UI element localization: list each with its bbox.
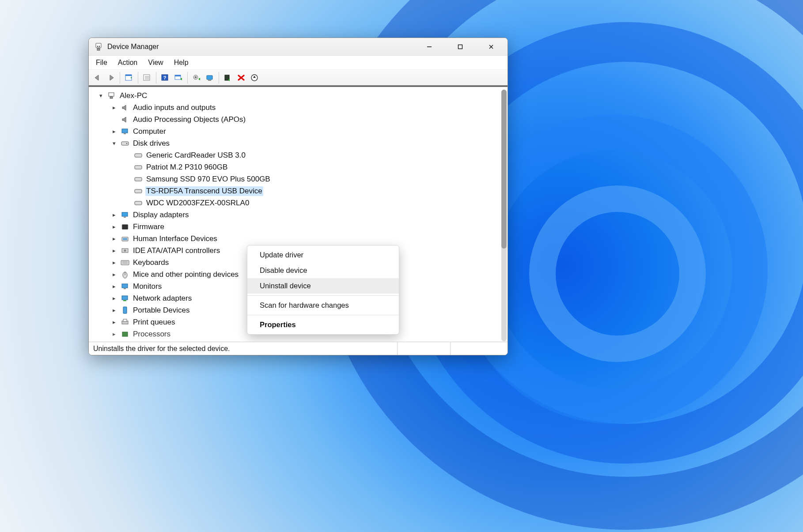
tree-label: Print queues — [132, 317, 176, 327]
svg-rect-31 — [135, 166, 142, 169]
help-button[interactable]: ? — [159, 72, 171, 84]
monitor-icon — [121, 283, 129, 291]
chevron-right-icon[interactable]: ▸ — [110, 271, 118, 278]
tree-label: Portable Devices — [132, 306, 191, 315]
tree-category-hid[interactable]: ▸ Human Interface Devices — [91, 233, 508, 245]
tree-item-disk-selected[interactable]: TS-RDF5A Transcend USB Device — [91, 185, 508, 197]
properties-button[interactable] — [141, 72, 153, 84]
enable-device-button[interactable] — [204, 72, 216, 84]
titlebar[interactable]: Device Manager — [89, 38, 508, 56]
tree-item-disk[interactable]: Generic CardReader USB 3.0 — [91, 149, 508, 161]
tree-label: Processors — [132, 329, 171, 339]
chevron-right-icon[interactable]: ▸ — [110, 295, 118, 302]
disable-driver-button[interactable] — [248, 72, 261, 84]
tree-category-audio-apo[interactable]: ▸ Audio Processing Objects (APOs) — [91, 113, 508, 125]
svg-rect-21 — [208, 80, 211, 81]
maximize-button[interactable] — [450, 40, 470, 54]
tree-category-computer[interactable]: ▸ Computer — [91, 125, 508, 137]
chevron-right-icon[interactable]: ▸ — [110, 211, 118, 218]
disk-icon — [121, 140, 129, 147]
disk-icon — [134, 175, 143, 183]
forward-button[interactable] — [105, 72, 117, 84]
svg-rect-36 — [124, 217, 126, 218]
tree-label: Human Interface Devices — [132, 234, 218, 244]
svg-point-2 — [97, 45, 98, 47]
portable-device-icon — [121, 306, 129, 314]
svg-rect-30 — [135, 154, 142, 157]
svg-rect-28 — [121, 142, 129, 145]
tree-category-firmware[interactable]: ▸ Firmware — [91, 221, 508, 233]
chevron-right-icon[interactable]: ▸ — [110, 283, 118, 290]
svg-rect-5 — [458, 45, 462, 49]
chevron-right-icon[interactable]: ▸ — [110, 104, 118, 111]
svg-rect-45 — [123, 238, 127, 240]
close-button[interactable] — [481, 40, 501, 54]
svg-text:?: ? — [163, 75, 167, 80]
uninstall-device-button[interactable] — [235, 72, 247, 84]
scan-hardware-button[interactable] — [172, 72, 185, 84]
chevron-right-icon[interactable]: ▸ — [110, 319, 118, 325]
menu-file[interactable]: File — [95, 58, 108, 68]
svg-rect-34 — [135, 201, 142, 205]
menu-item-uninstall-device[interactable]: Uninstall device — [247, 278, 399, 294]
svg-rect-53 — [122, 284, 128, 288]
chevron-right-icon[interactable]: ▸ — [110, 331, 118, 337]
scrollbar-thumb[interactable] — [501, 90, 507, 249]
menu-separator — [247, 295, 399, 296]
menu-item-scan-hardware[interactable]: Scan for hardware changes — [247, 298, 399, 313]
tree-category-display[interactable]: ▸ Display adapters — [91, 209, 508, 221]
svg-point-47 — [124, 249, 126, 252]
menu-view[interactable]: View — [147, 58, 164, 68]
menu-help[interactable]: Help — [173, 58, 189, 68]
tree-item-disk[interactable]: Patriot M.2 P310 960GB — [91, 161, 508, 173]
menu-action[interactable]: Action — [117, 58, 138, 68]
chevron-down-icon[interactable]: ▾ — [110, 140, 118, 147]
tree-label: IDE ATA/ATAPI controllers — [132, 246, 221, 256]
menu-item-disable-device[interactable]: Disable device — [247, 263, 399, 278]
tree-category-disk-drives[interactable]: ▾ Disk drives — [91, 137, 508, 149]
disk-icon — [134, 151, 143, 159]
speaker-icon — [121, 116, 129, 124]
svg-rect-59 — [123, 319, 127, 321]
chevron-right-icon[interactable]: ▸ — [110, 235, 118, 242]
disk-icon — [134, 199, 143, 207]
chevron-right-icon[interactable]: ▸ — [110, 307, 118, 313]
svg-rect-9 — [125, 75, 132, 76]
svg-rect-0 — [96, 43, 101, 48]
svg-rect-57 — [123, 307, 127, 313]
tree-item-disk[interactable]: Samsung SSD 970 EVO Plus 500GB — [91, 173, 508, 185]
tree-label: Samsung SSD 970 EVO Plus 500GB — [145, 174, 271, 184]
disk-icon — [134, 163, 143, 171]
app-icon — [94, 42, 103, 51]
tree-root[interactable]: ▾ Alex-PC — [91, 90, 508, 102]
show-hide-console-button[interactable] — [123, 72, 135, 84]
printer-icon — [121, 318, 129, 326]
chevron-right-icon[interactable]: ▸ — [110, 128, 118, 135]
tree-category-audio-io[interactable]: ▸ Audio inputs and outputs — [91, 102, 508, 113]
chevron-right-icon[interactable]: ▸ — [110, 259, 118, 266]
tree-label: TS-RDF5A Transcend USB Device — [145, 186, 263, 196]
svg-rect-48 — [121, 260, 129, 265]
disable-device-button[interactable] — [222, 72, 234, 84]
svg-rect-1 — [97, 48, 100, 50]
update-driver-button[interactable] — [190, 72, 203, 84]
menu-item-properties[interactable]: Properties — [247, 317, 399, 332]
context-menu: Update driver Disable device Uninstall d… — [247, 245, 399, 335]
tree-label: WDC WD2003FZEX-00SRLA0 — [145, 198, 250, 208]
chevron-right-icon[interactable]: ▸ — [110, 223, 118, 230]
svg-rect-26 — [122, 129, 128, 133]
menubar: File Action View Help — [89, 56, 508, 70]
chip-icon — [121, 223, 129, 231]
svg-point-19 — [195, 76, 197, 78]
tree-item-disk[interactable]: WDC WD2003FZEX-00SRLA0 — [91, 197, 508, 209]
back-button[interactable] — [91, 72, 104, 84]
svg-rect-33 — [135, 189, 142, 193]
tree-label: Network adapters — [132, 294, 193, 303]
chevron-right-icon[interactable]: ▸ — [110, 247, 118, 254]
minimize-button[interactable] — [419, 40, 439, 54]
svg-point-3 — [99, 45, 100, 47]
svg-rect-32 — [135, 177, 142, 181]
menu-item-update-driver[interactable]: Update driver — [247, 247, 399, 263]
chevron-down-icon[interactable]: ▾ — [97, 92, 105, 99]
svg-rect-27 — [124, 133, 126, 134]
